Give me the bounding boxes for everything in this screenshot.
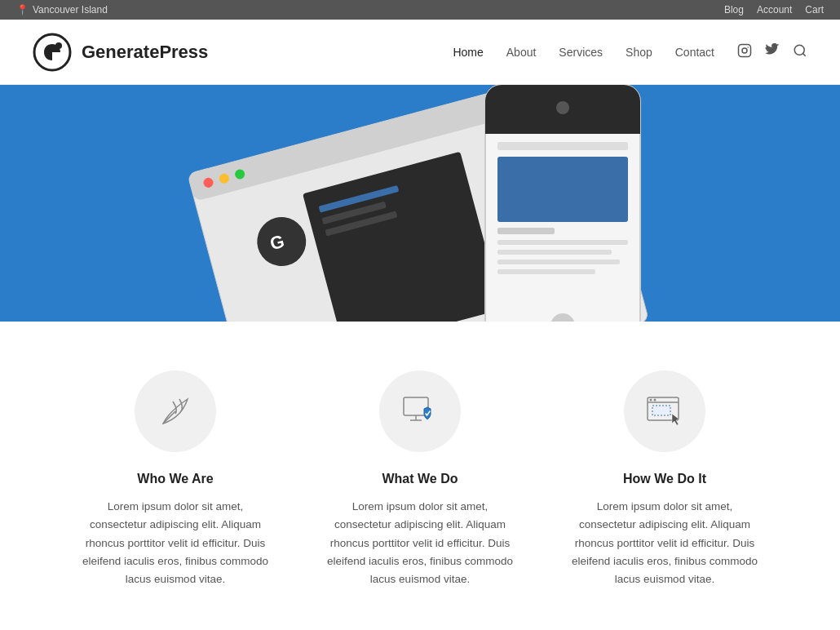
svg-rect-22 bbox=[497, 142, 628, 150]
svg-rect-23 bbox=[497, 157, 628, 222]
svg-point-36 bbox=[654, 399, 657, 402]
twitter-icon[interactable] bbox=[765, 43, 780, 61]
svg-rect-26 bbox=[497, 250, 612, 255]
svg-point-35 bbox=[650, 399, 652, 402]
cursor-window-icon bbox=[644, 391, 685, 432]
svg-line-6 bbox=[802, 53, 805, 55]
svg-rect-27 bbox=[497, 260, 620, 264]
monitor-shield-icon bbox=[400, 391, 440, 432]
location-icon: 📍 bbox=[16, 4, 29, 16]
logo-icon bbox=[33, 33, 72, 72]
who-we-are-title: Who We Are bbox=[77, 472, 273, 486]
what-we-do-text: Lorem ipsum dolor sit amet, consectetur … bbox=[322, 498, 518, 588]
logo-text: GeneratePress bbox=[82, 42, 208, 63]
logo[interactable]: GeneratePress bbox=[33, 33, 208, 72]
top-bar-links: Blog Account Cart bbox=[724, 4, 824, 16]
svg-point-21 bbox=[556, 101, 569, 114]
nav-home[interactable]: Home bbox=[453, 46, 483, 59]
header: GeneratePress Home About Services Shop C… bbox=[0, 20, 840, 85]
feather-icon bbox=[155, 391, 196, 432]
svg-rect-37 bbox=[652, 406, 670, 415]
nav-about[interactable]: About bbox=[506, 46, 537, 59]
top-bar: 📍 Vancouver Island Blog Account Cart bbox=[0, 0, 840, 20]
who-we-are-text: Lorem ipsum dolor sit amet, consectetur … bbox=[77, 498, 273, 588]
svg-rect-25 bbox=[497, 240, 628, 245]
account-link[interactable]: Account bbox=[757, 4, 792, 16]
nav-shop[interactable]: Shop bbox=[626, 46, 652, 59]
nav-services[interactable]: Services bbox=[559, 46, 603, 59]
svg-rect-24 bbox=[497, 228, 555, 234]
what-we-do-icon-wrap bbox=[379, 370, 461, 452]
cart-link[interactable]: Cart bbox=[805, 4, 824, 16]
feature-what-we-do: What We Do Lorem ipsum dolor sit amet, c… bbox=[298, 370, 542, 588]
nav-social-icons bbox=[737, 43, 807, 61]
svg-rect-2 bbox=[739, 44, 751, 56]
how-we-do-it-title: How We Do It bbox=[567, 472, 763, 486]
top-bar-location: 📍 Vancouver Island bbox=[16, 4, 108, 16]
main-nav: Home About Services Shop Contact bbox=[453, 43, 807, 61]
blog-link[interactable]: Blog bbox=[724, 4, 744, 16]
svg-point-1 bbox=[55, 42, 62, 49]
features-section: Who We Are Lorem ipsum dolor sit amet, c… bbox=[0, 322, 840, 630]
how-we-do-it-icon-wrap bbox=[624, 370, 705, 452]
svg-rect-28 bbox=[497, 269, 595, 274]
svg-point-4 bbox=[747, 47, 749, 48]
svg-point-5 bbox=[794, 45, 804, 55]
hero-section: G bbox=[0, 85, 840, 322]
hero-illustration: G bbox=[102, 85, 738, 322]
what-we-do-title: What We Do bbox=[322, 472, 518, 486]
feature-who-we-are: Who We Are Lorem ipsum dolor sit amet, c… bbox=[53, 370, 298, 588]
nav-contact[interactable]: Contact bbox=[675, 46, 714, 59]
how-we-do-it-text: Lorem ipsum dolor sit amet, consectetur … bbox=[567, 498, 763, 588]
feature-how-we-do-it: How We Do It Lorem ipsum dolor sit amet,… bbox=[542, 370, 787, 588]
svg-point-3 bbox=[742, 48, 747, 53]
search-icon[interactable] bbox=[793, 43, 807, 61]
instagram-icon[interactable] bbox=[737, 43, 752, 61]
who-we-are-icon-wrap bbox=[135, 370, 216, 452]
